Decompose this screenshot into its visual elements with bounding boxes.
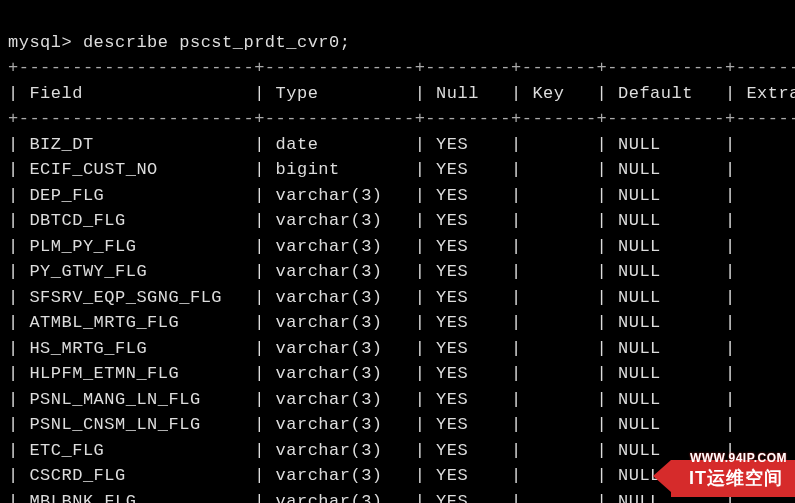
table-row: | DBTCD_FLG | varchar(3) | YES | | NULL … (8, 211, 795, 230)
table-row: | ETC_FLG | varchar(3) | YES | | NULL | … (8, 441, 795, 460)
table-row: | BIZ_DT | date | YES | | NULL | | (8, 135, 795, 154)
table-row: | ECIF_CUST_NO | bigint | YES | | NULL |… (8, 160, 795, 179)
table-border-top: +----------------------+--------------+-… (8, 58, 795, 77)
table-row: | DEP_FLG | varchar(3) | YES | | NULL | … (8, 186, 795, 205)
table-row: | PSNL_MANG_LN_FLG | varchar(3) | YES | … (8, 390, 795, 409)
table-row: | PLM_PY_FLG | varchar(3) | YES | | NULL… (8, 237, 795, 256)
table-header: | Field | Type | Null | Key | Default | … (8, 84, 795, 103)
table-row: | HLPFM_ETMN_FLG | varchar(3) | YES | | … (8, 364, 795, 383)
table-row: | ATMBL_MRTG_FLG | varchar(3) | YES | | … (8, 313, 795, 332)
table-body: | BIZ_DT | date | YES | | NULL | | | ECI… (8, 132, 787, 504)
table-row: | HS_MRTG_FLG | varchar(3) | YES | | NUL… (8, 339, 795, 358)
watermark-url: WWW.94IP.COM (690, 449, 787, 467)
table-border-mid: +----------------------+--------------+-… (8, 109, 795, 128)
table-row: | PSNL_CNSM_LN_FLG | varchar(3) | YES | … (8, 415, 795, 434)
mysql-prompt: mysql> describe pscst_prdt_cvr0; (8, 33, 350, 52)
table-row: | SFSRV_EQP_SGNG_FLG | varchar(3) | YES … (8, 288, 795, 307)
terminal-output[interactable]: mysql> describe pscst_prdt_cvr0; +------… (8, 4, 787, 503)
table-row: | PY_GTWY_FLG | varchar(3) | YES | | NUL… (8, 262, 795, 281)
